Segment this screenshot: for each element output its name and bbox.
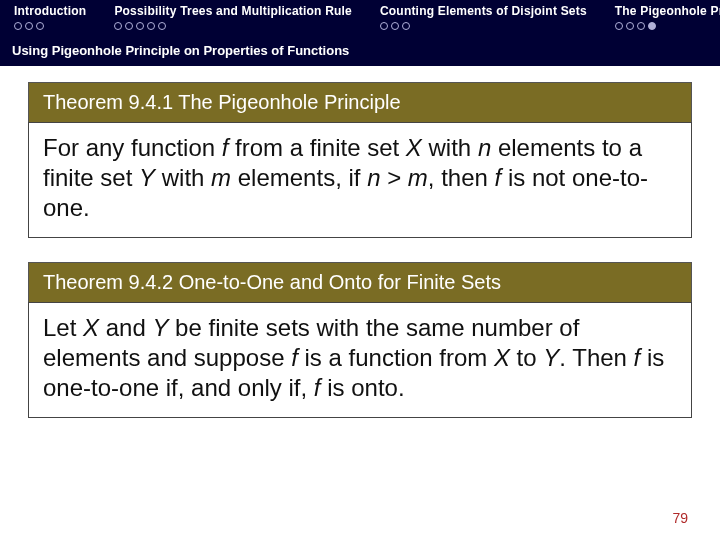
nav-progress-dots <box>14 22 44 30</box>
section-nav: IntroductionPossibility Trees and Multip… <box>0 0 720 36</box>
progress-dot-icon <box>391 22 399 30</box>
content-area: Theorem 9.4.1 The Pigeonhole PrincipleFo… <box>0 66 720 418</box>
progress-dot-icon <box>380 22 388 30</box>
nav-item-label: Possibility Trees and Multiplication Rul… <box>114 4 352 18</box>
progress-dot-icon <box>158 22 166 30</box>
nav-item-3[interactable]: The Pigeonhole Principle <box>601 4 720 30</box>
page-number: 79 <box>672 510 688 526</box>
nav-item-label: Counting Elements of Disjoint Sets <box>380 4 587 18</box>
nav-row: IntroductionPossibility Trees and Multip… <box>0 4 720 30</box>
progress-dot-icon <box>14 22 22 30</box>
subsection-heading: Using Pigeonhole Principle on Properties… <box>0 36 720 66</box>
nav-item-1[interactable]: Possibility Trees and Multiplication Rul… <box>100 4 366 30</box>
progress-dot-icon <box>626 22 634 30</box>
theorem-body: For any function f from a finite set X w… <box>28 122 692 238</box>
progress-dot-icon <box>615 22 623 30</box>
slide: IntroductionPossibility Trees and Multip… <box>0 0 720 540</box>
nav-item-2[interactable]: Counting Elements of Disjoint Sets <box>366 4 601 30</box>
spacer <box>28 238 692 260</box>
nav-item-label: Introduction <box>14 4 86 18</box>
nav-item-0[interactable]: Introduction <box>0 4 100 30</box>
theorem-title-bar: Theorem 9.4.1 The Pigeonhole Principle <box>28 82 692 122</box>
progress-dot-icon <box>637 22 645 30</box>
progress-dot-icon <box>36 22 44 30</box>
theorem-body: Let X and Y be finite sets with the same… <box>28 302 692 418</box>
nav-progress-dots <box>615 22 656 30</box>
progress-dot-icon <box>125 22 133 30</box>
progress-dot-icon <box>114 22 122 30</box>
nav-progress-dots <box>114 22 166 30</box>
progress-dot-icon <box>402 22 410 30</box>
nav-progress-dots <box>380 22 410 30</box>
theorem-title-bar: Theorem 9.4.2 One-to-One and Onto for Fi… <box>28 262 692 302</box>
progress-dot-icon <box>648 22 656 30</box>
progress-dot-icon <box>136 22 144 30</box>
progress-dot-icon <box>147 22 155 30</box>
progress-dot-icon <box>25 22 33 30</box>
nav-item-label: The Pigeonhole Principle <box>615 4 720 18</box>
